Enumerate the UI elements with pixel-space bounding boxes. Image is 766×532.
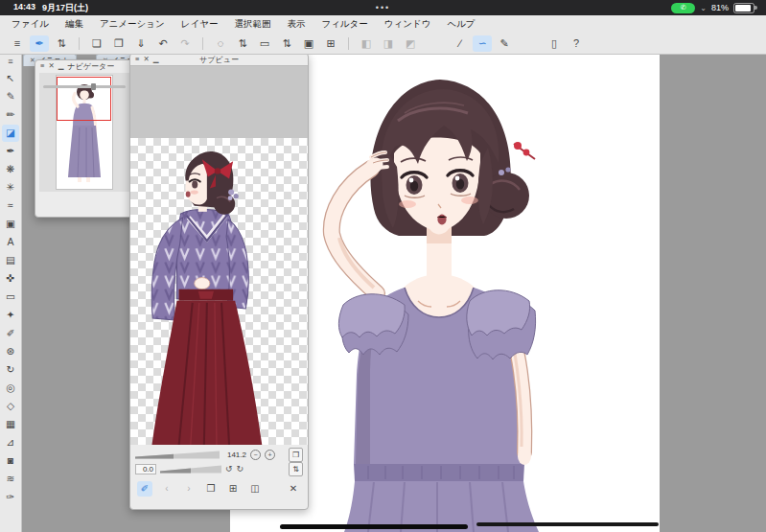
navigator-view-rectangle[interactable] [57,77,111,121]
fill-tool[interactable]: ▣ [2,216,19,233]
balloon-icon: ◙ [8,455,13,466]
rotate-ccw-button[interactable]: ↺ [225,465,233,474]
brush-preset-button[interactable]: ✒ [30,35,49,52]
zoom-tool[interactable]: ◎ [2,380,19,397]
prev-image-button[interactable]: ‹ [159,481,174,497]
menu-animation[interactable]: アニメーション [100,18,165,31]
open-file-button[interactable]: ❐ [109,35,128,52]
zoom-in-button[interactable]: + [265,450,275,460]
menu-file[interactable]: ファイル [12,18,49,31]
help-button[interactable]: ? [567,35,586,52]
ruler-tool[interactable]: ⊿ [2,434,19,451]
menu-filter[interactable]: フィルター [321,18,367,31]
layer-option-2-button[interactable]: ◨ [379,35,398,52]
rotate-cw-button[interactable]: ↻ [237,465,244,474]
selection-icon: ▭ [6,291,15,302]
menu-window[interactable]: ウィンドウ [384,18,431,31]
prev-image-icon: ‹ [165,484,168,494]
decoration-icon: ✳ [7,182,15,193]
hand-icon: ⊛ [7,346,15,357]
minimize-icon[interactable]: ▁ [58,62,64,70]
eraser-tool[interactable]: ◪ [2,125,19,142]
new-canvas-icon: ❏ [92,38,102,49]
redo-button[interactable]: ↷ [175,35,195,52]
blend-tool[interactable]: ≈ [2,197,19,215]
page-manager-button[interactable]: ▯ [545,35,564,52]
navigator-thumbnail[interactable] [57,76,112,189]
navigator-zoom-slider[interactable] [43,85,126,88]
fit-to-window-button[interactable]: ❒ [289,448,303,462]
airbrush-icon: ❋ [7,164,15,174]
eyedropper-tool[interactable]: ✐ [2,325,19,342]
crop-button[interactable]: ⊞ [321,35,340,52]
menu-help[interactable]: ヘルプ [447,18,475,31]
save-file-button[interactable]: ⇓ [131,35,151,52]
hand-tool[interactable]: ⊛ [2,343,19,360]
rotate-tool[interactable]: ↻ [2,361,19,379]
panel-menu-icon[interactable]: ≡ [135,56,139,63]
straight-line-button[interactable]: ∕ [451,35,470,52]
auto-select-tool[interactable]: ✦ [2,307,19,324]
selection-launcher-arrows-button[interactable]: ⇅ [233,35,252,52]
undo-button[interactable]: ↶ [153,35,173,52]
flip-fit-button[interactable]: ⇅ [289,462,303,476]
frame-select-arrows-icon: ⇅ [282,38,290,49]
fix-line-button[interactable]: ✎ [495,35,514,52]
menu-layer[interactable]: レイヤー [181,18,219,31]
next-image-button[interactable]: › [181,481,197,497]
menu-selection[interactable]: 選択範囲 [234,18,270,31]
panel-menu-icon[interactable]: ≡ [40,62,44,70]
text-tool[interactable]: A [2,234,19,251]
subview-rotate-slider[interactable] [160,465,221,474]
frame-select-icon: ▭ [260,38,269,49]
layer-option-1-button[interactable]: ◧ [357,35,376,52]
palette-menu-icon[interactable]: ≡ [8,57,12,69]
tool-palette: ≡ ↖✎✏◪✒❋✳≈▣A▤✜▭✦✐⊛↻◎◇▦⊿◙≋✑ [0,54,22,532]
canvas-scrollbar[interactable] [476,522,659,526]
close-icon[interactable]: ✕ [48,62,54,70]
home-indicator[interactable] [280,524,468,529]
layer-option-3-button[interactable]: ◩ [401,35,420,52]
paintbrush-tool[interactable]: ✒ [2,143,19,160]
new-canvas-button[interactable]: ❏ [87,35,106,52]
pencil-tool[interactable]: ✏ [2,106,19,124]
preset-arrows-button[interactable]: ⇅ [52,35,71,52]
menu-edit[interactable]: 編集 [65,18,83,31]
subview-reference-image[interactable] [130,138,308,445]
subview-zoom-slider[interactable] [135,451,220,460]
menu-view[interactable]: 表示 [287,18,305,31]
toolbar-menu-button[interactable]: ≡ [8,35,27,52]
transform-button[interactable]: ▣ [299,35,318,52]
operation-tool[interactable]: ↖ [2,70,19,87]
balloon-tool[interactable]: ◙ [2,452,19,470]
selection-tool[interactable]: ▭ [2,289,19,306]
command-bar: ≡✒⇅❏❐⇓↶↷◌⇅▭⇅▣⊞◧◨◩∕∽✎▯? [0,33,766,55]
figure-tool[interactable]: ◇ [2,398,19,415]
liquify-tool[interactable]: ≋ [2,471,19,488]
frame-border-tool[interactable]: ▦ [2,416,19,433]
frame-select-button[interactable]: ▭ [255,35,274,52]
capture-image-button[interactable]: ◫ [247,481,263,497]
delete-image-icon: ✕ [290,484,297,494]
subview-eyedropper-button[interactable]: ✐ [137,481,152,497]
correct-line-tool[interactable]: ✑ [2,489,19,506]
minimize-icon[interactable]: ▁ [153,56,159,63]
multitask-dots[interactable]: ••• [0,3,766,12]
curve-line-button[interactable]: ∽ [473,35,492,52]
close-icon[interactable]: ✕ [143,56,149,63]
selection-launcher-button[interactable]: ◌ [211,35,230,52]
delete-image-button[interactable]: ✕ [286,481,301,497]
decoration-tool[interactable]: ✳ [2,179,19,197]
gradient-tool[interactable]: ▤ [2,252,19,269]
move-tool[interactable]: ✜ [2,270,19,288]
import-image-button[interactable]: ⊞ [225,481,241,497]
open-image-icon: ❐ [207,484,216,494]
open-image-button[interactable]: ❐ [203,481,219,497]
crop-icon: ⊞ [326,38,335,49]
pen-tool[interactable]: ✎ [2,88,19,105]
frame-select-arrows-button[interactable]: ⇅ [277,35,296,52]
navigator-preview-area[interactable] [39,73,129,192]
airbrush-tool[interactable]: ❋ [2,161,19,178]
zoom-out-button[interactable]: − [250,450,261,460]
subview-footer: ✐‹›❐⊞◫✕ [135,481,303,497]
